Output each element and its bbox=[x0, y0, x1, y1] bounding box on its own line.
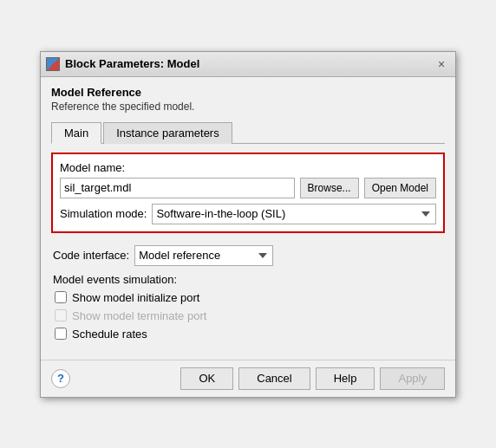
block-type-label: Model Reference bbox=[51, 86, 445, 99]
browse-button[interactable]: Browse... bbox=[300, 178, 359, 198]
code-interface-label: Code interface: bbox=[53, 249, 129, 262]
show-terminate-checkbox bbox=[55, 309, 67, 321]
checkbox-show-init-row: Show model initialize port bbox=[51, 291, 445, 304]
dialog-title: Block Parameters: Model bbox=[65, 57, 427, 70]
block-description: Reference the specified model. bbox=[51, 101, 445, 113]
title-bar: Block Parameters: Model × bbox=[41, 52, 455, 77]
open-model-button[interactable]: Open Model bbox=[364, 178, 436, 198]
tab-bar: Main Instance parameters bbox=[51, 121, 445, 144]
dialog-footer: ? OK Cancel Help Apply bbox=[41, 360, 455, 397]
ok-button[interactable]: OK bbox=[180, 367, 233, 390]
help-button[interactable]: Help bbox=[316, 367, 375, 390]
cancel-button[interactable]: Cancel bbox=[238, 367, 310, 390]
model-events-label: Model events simulation: bbox=[51, 273, 445, 286]
tab-instance-parameters[interactable]: Instance parameters bbox=[103, 122, 232, 144]
simulation-mode-label: Simulation mode: bbox=[60, 207, 147, 220]
apply-button[interactable]: Apply bbox=[380, 367, 445, 390]
model-name-section: Model name: Browse... Open Model bbox=[60, 161, 436, 198]
checkbox-show-terminate-row: Show model terminate port bbox=[51, 309, 445, 322]
dialog-icon bbox=[46, 57, 60, 71]
dialog-block-parameters: Block Parameters: Model × Model Referenc… bbox=[40, 51, 456, 398]
model-name-input[interactable] bbox=[60, 178, 295, 198]
simulation-mode-select[interactable]: Normal Accelerator Software-in-the-loop … bbox=[152, 204, 436, 224]
regular-section: Code interface: Model reference Top mode… bbox=[51, 240, 445, 351]
show-init-label: Show model initialize port bbox=[72, 291, 199, 304]
help-icon-button[interactable]: ? bbox=[51, 369, 70, 388]
simulation-mode-row: Simulation mode: Normal Accelerator Soft… bbox=[60, 204, 436, 224]
footer-buttons: OK Cancel Help Apply bbox=[180, 367, 445, 390]
close-button[interactable]: × bbox=[433, 55, 450, 73]
show-terminate-label: Show model terminate port bbox=[72, 309, 206, 322]
code-interface-select[interactable]: Model reference Top model bbox=[134, 245, 273, 266]
model-name-row: Browse... Open Model bbox=[60, 178, 436, 198]
tab-main[interactable]: Main bbox=[51, 122, 101, 144]
show-init-checkbox[interactable] bbox=[55, 291, 67, 303]
highlight-box: Model name: Browse... Open Model Simulat… bbox=[51, 153, 445, 233]
schedule-rates-label: Schedule rates bbox=[72, 328, 147, 341]
model-name-label: Model name: bbox=[60, 161, 436, 174]
schedule-rates-checkbox[interactable] bbox=[55, 328, 67, 340]
code-interface-row: Code interface: Model reference Top mode… bbox=[51, 245, 445, 266]
dialog-body: Model Reference Reference the specified … bbox=[41, 77, 455, 360]
checkbox-schedule-rates-row: Schedule rates bbox=[51, 328, 445, 341]
